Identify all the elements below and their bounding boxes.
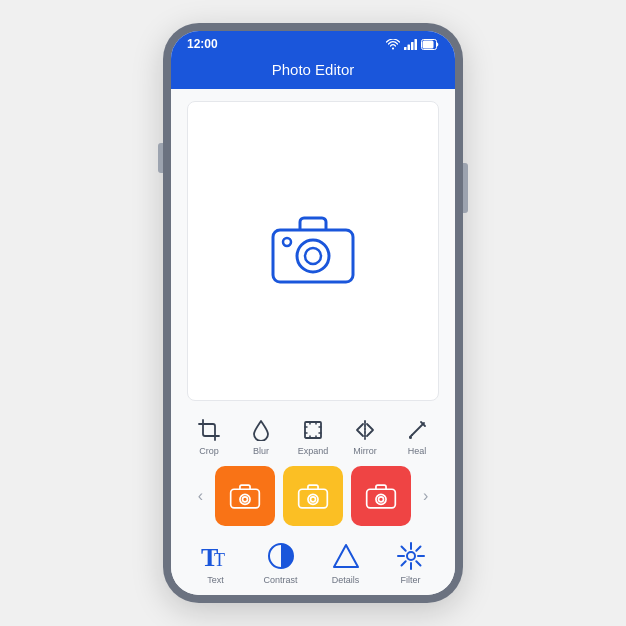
expand-icon — [300, 417, 326, 443]
svg-point-14 — [242, 497, 247, 502]
status-time: 12:00 — [187, 37, 218, 51]
svg-point-20 — [378, 497, 383, 502]
phone-frame: 12:00 — [163, 23, 463, 603]
svg-rect-1 — [408, 44, 411, 50]
crop-tool[interactable]: Crop — [187, 417, 231, 456]
mirror-label: Mirror — [353, 446, 377, 456]
heal-icon — [404, 417, 430, 443]
heal-tool[interactable]: Heal — [395, 417, 439, 456]
camera-card-yellow[interactable] — [283, 466, 343, 526]
svg-rect-5 — [423, 40, 434, 48]
expand-tool[interactable]: Expand — [291, 417, 335, 456]
blur-tool[interactable]: Blur — [239, 417, 283, 456]
svg-point-13 — [240, 494, 250, 504]
status-bar: 12:00 — [171, 31, 455, 55]
svg-point-11 — [409, 436, 412, 439]
filter-tool[interactable]: Filter — [383, 540, 438, 585]
mirror-icon — [352, 417, 378, 443]
blur-label: Blur — [253, 446, 269, 456]
svg-point-17 — [310, 497, 315, 502]
photo-preview-area[interactable] — [187, 101, 439, 401]
svg-point-19 — [376, 494, 386, 504]
app-header: Photo Editor — [171, 55, 455, 89]
text-tool[interactable]: T T Text — [188, 540, 243, 585]
details-label: Details — [332, 575, 360, 585]
text-icon: T T — [200, 540, 232, 572]
contrast-icon — [265, 540, 297, 572]
svg-line-29 — [401, 547, 405, 551]
heal-label: Heal — [408, 446, 427, 456]
svg-rect-3 — [415, 39, 418, 50]
svg-rect-2 — [411, 42, 414, 50]
filter-icon — [395, 540, 427, 572]
contrast-tool[interactable]: Contrast — [253, 540, 308, 585]
svg-line-30 — [416, 561, 420, 565]
details-tool[interactable]: Details — [318, 540, 373, 585]
svg-point-8 — [305, 248, 321, 264]
svg-rect-10 — [305, 422, 321, 438]
app-title: Photo Editor — [272, 61, 355, 78]
left-nav-arrow[interactable]: ‹ — [194, 483, 207, 509]
svg-point-9 — [283, 238, 291, 246]
signal-icon — [404, 39, 417, 50]
main-content: Crop Blur — [171, 89, 455, 595]
svg-line-32 — [401, 561, 405, 565]
svg-rect-0 — [404, 47, 407, 50]
mirror-tool[interactable]: Mirror — [343, 417, 387, 456]
svg-text:T: T — [214, 550, 225, 570]
blur-icon — [248, 417, 274, 443]
filter-label: Filter — [401, 575, 421, 585]
svg-point-7 — [297, 240, 329, 272]
camera-cards-section: ‹ — [171, 458, 455, 534]
camera-cards-list — [215, 466, 411, 526]
camera-card-orange[interactable] — [215, 466, 275, 526]
camera-placeholder-icon — [268, 212, 358, 291]
svg-point-16 — [308, 494, 318, 504]
right-nav-arrow[interactable]: › — [419, 483, 432, 509]
camera-card-red[interactable] — [351, 466, 411, 526]
crop-label: Crop — [199, 446, 219, 456]
expand-label: Expand — [298, 446, 329, 456]
wifi-icon — [386, 39, 400, 50]
battery-icon — [421, 39, 439, 50]
text-label: Text — [207, 575, 224, 585]
contrast-label: Contrast — [263, 575, 297, 585]
status-icons — [386, 39, 439, 50]
top-tools-row: Crop Blur — [171, 411, 455, 458]
crop-icon — [196, 417, 222, 443]
svg-line-31 — [416, 547, 420, 551]
details-icon — [330, 540, 362, 572]
bottom-tools-row: T T Text Contrast — [171, 534, 455, 595]
svg-point-24 — [407, 552, 415, 560]
phone-screen: 12:00 — [171, 31, 455, 595]
